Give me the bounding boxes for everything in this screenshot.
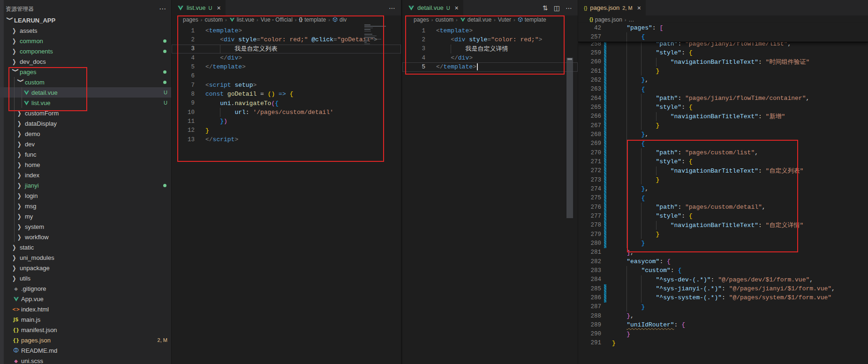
code-line-281[interactable]: 281],: [578, 248, 868, 257]
code-line-262[interactable]: 262},: [578, 76, 868, 84]
code-line-5[interactable]: 5</template>: [172, 62, 401, 71]
code-line-277[interactable]: 277"style": {: [578, 212, 868, 220]
tree-item-home[interactable]: ❯home: [0, 159, 171, 170]
breadcrumb-item-list.vue[interactable]: list.vue: [229, 16, 254, 23]
code-line-273[interactable]: 273}: [578, 175, 868, 184]
tree-item-system[interactable]: ❯system: [0, 221, 171, 232]
code-line-1[interactable]: 1<template>: [402, 26, 578, 35]
code-line-5[interactable]: 5</template>: [402, 62, 578, 71]
code-line-269[interactable]: 269{: [578, 139, 868, 148]
code-line-4[interactable]: 4</div>: [172, 53, 401, 62]
code-line-4[interactable]: 4</div>: [402, 53, 578, 62]
tree-item-unpackage[interactable]: ❯unpackage: [0, 263, 171, 273]
tab-list.vue[interactable]: list.vueU×: [172, 0, 226, 15]
code-line-285[interactable]: 285"^sys-jianyi-(.*)": "@/pages/jianyi/$…: [578, 284, 868, 293]
tree-item-index.html[interactable]: <>index.html: [0, 304, 171, 314]
scrollbar-thumb[interactable]: [566, 58, 573, 218]
code-line-263[interactable]: 263{: [578, 85, 868, 94]
code-line-11[interactable]: 11}): [172, 117, 401, 126]
tree-item-login[interactable]: ❯login: [0, 190, 171, 201]
code-line-276[interactable]: 276"path": "pages/custom/detail",: [578, 203, 868, 212]
code-line-9[interactable]: 9uni.navigateTo({: [172, 99, 401, 108]
breadcrumb-item-…[interactable]: …: [629, 16, 634, 23]
tree-item-components[interactable]: ❯components: [0, 46, 171, 56]
tree-item-App.vue[interactable]: App.vue: [0, 294, 171, 304]
breadcrumb-item-custom[interactable]: custom: [204, 16, 223, 23]
code-line-261[interactable]: 261}: [578, 67, 868, 76]
code-line-275[interactable]: 275{: [578, 194, 868, 203]
code-line-264[interactable]: 264"path": "pages/jianyi/flowTime/contai…: [578, 94, 868, 103]
tree-item-pages.json[interactable]: {}pages.json2, M: [0, 335, 171, 345]
tree-item-README.md[interactable]: ⓘREADME.md: [0, 345, 171, 356]
breadcrumb-item-pages.json[interactable]: {}pages.json: [589, 16, 622, 23]
tree-item-static[interactable]: ❯static: [0, 242, 171, 252]
code-line-287[interactable]: 287}: [578, 303, 868, 311]
split-editor-icon[interactable]: ◫: [554, 4, 560, 12]
explorer-more-actions-icon[interactable]: ⋯: [159, 5, 166, 13]
tree-item-manifest.json[interactable]: {}manifest.json: [0, 325, 171, 335]
close-icon[interactable]: ×: [217, 4, 220, 12]
tree-item-custom[interactable]: ❯custom: [0, 77, 171, 87]
code-line-291[interactable]: 291}: [578, 339, 868, 348]
tree-item-my[interactable]: ❯my: [0, 211, 171, 221]
code-line-283[interactable]: 283"custom": {: [578, 266, 868, 275]
minimap[interactable]: [363, 24, 397, 54]
tree-item-dataDisplay[interactable]: ❯dataDisplay: [0, 118, 171, 129]
breadcrumb-item-custom[interactable]: custom: [435, 16, 453, 23]
tree-item-index[interactable]: ❯index: [0, 170, 171, 180]
code-line-274[interactable]: 274},: [578, 184, 868, 193]
code-line-290[interactable]: 290}: [578, 330, 868, 339]
tree-item-func[interactable]: ❯func: [0, 149, 171, 159]
breadcrumb-item-Vuter[interactable]: Vuter: [498, 16, 511, 23]
sticky-scroll[interactable]: 42"pages": [257{: [578, 23, 868, 42]
code-line-6[interactable]: 6: [172, 72, 401, 81]
tree-item-list.vue[interactable]: list.vueU: [0, 98, 171, 108]
code-line-271[interactable]: 271"style": {: [578, 157, 868, 166]
tree-item-msg[interactable]: ❯msg: [0, 201, 171, 211]
breadcrumb-item-detail.vue[interactable]: detail.vue: [460, 16, 491, 23]
tab-pages.json[interactable]: {}pages.json2, M×: [578, 0, 646, 15]
tree-item-jianyi[interactable]: ❯jianyi: [0, 180, 171, 190]
tab-detail.vue[interactable]: detail.vueU×: [402, 0, 463, 15]
breadcrumb-item-div[interactable]: div: [332, 16, 347, 23]
code-line-268[interactable]: 268},: [578, 130, 868, 139]
code-line-284[interactable]: 284"^sys-dev-(.*)": "@/pages/dev/$1/form…: [578, 275, 868, 284]
code-line-8[interactable]: 8const goDetail = () => {: [172, 90, 401, 99]
tree-item-workflow[interactable]: ❯workflow: [0, 232, 171, 242]
breadcrumb-item-template[interactable]: {}template: [299, 16, 326, 23]
tree-item-uni.scss[interactable]: ◆uni.scss: [0, 356, 171, 364]
code-line-12[interactable]: 12}: [172, 126, 401, 135]
more-actions-icon[interactable]: ⋯: [566, 4, 572, 12]
code-line-288[interactable]: 288},: [578, 311, 868, 320]
breadcrumb-item-pages[interactable]: pages: [183, 16, 198, 23]
code-line-2[interactable]: 2<div style="color: red;">: [402, 35, 578, 44]
code-line-278[interactable]: 278"navigationBarTitleText": "自定义详情": [578, 221, 868, 230]
code-line-267[interactable]: 267}: [578, 121, 868, 130]
code-line-279[interactable]: 279}: [578, 230, 868, 239]
tree-item-uni_modules[interactable]: ❯uni_modules: [0, 252, 171, 263]
tree-item-common[interactable]: ❯common: [0, 36, 171, 46]
open-changes-icon[interactable]: ⇅: [543, 4, 548, 12]
code-line-260[interactable]: 260"navigationBarTitleText": "时间组件验证": [578, 58, 868, 67]
code-line-280[interactable]: 280}: [578, 239, 868, 248]
tree-item-pages[interactable]: ❯pages: [0, 67, 171, 77]
code-line-282[interactable]: 282"easycom": {: [578, 257, 868, 266]
code-line-13[interactable]: 13</script>: [172, 135, 401, 144]
tree-item-assets[interactable]: ❯assets: [0, 25, 171, 36]
code-line-286[interactable]: 286"^sys-system-(.*)": "@/pages/system/$…: [578, 293, 868, 302]
code-line-289[interactable]: 289"uniIdRouter": {: [578, 320, 868, 329]
tree-item-customForm[interactable]: ❯customForm: [0, 108, 171, 118]
breadcrumb-item-template[interactable]: template: [518, 16, 546, 23]
tree-item-detail.vue[interactable]: detail.vueU: [0, 87, 171, 98]
code-line-7[interactable]: 7<script setup>: [172, 81, 401, 90]
code-line-266[interactable]: 266"navigationBarTitleText": "新增": [578, 112, 868, 121]
code-line-272[interactable]: 272"navigationBarTitleText": "自定义列表": [578, 167, 868, 175]
tree-item-.gitignore[interactable]: ◆.gitignore: [0, 283, 171, 294]
code-line-3[interactable]: 3我是自定义详情: [402, 45, 578, 53]
tree-item-utils[interactable]: ❯utils: [0, 273, 171, 283]
code-line-257[interactable]: 257{: [578, 32, 868, 41]
code-line-42[interactable]: 42"pages": [: [578, 23, 868, 32]
code-line-265[interactable]: 265"style": {: [578, 103, 868, 112]
breadcrumb-item-Vue - Official[interactable]: Vue - Official: [261, 16, 293, 23]
breadcrumb-item-pages[interactable]: pages: [414, 16, 429, 23]
